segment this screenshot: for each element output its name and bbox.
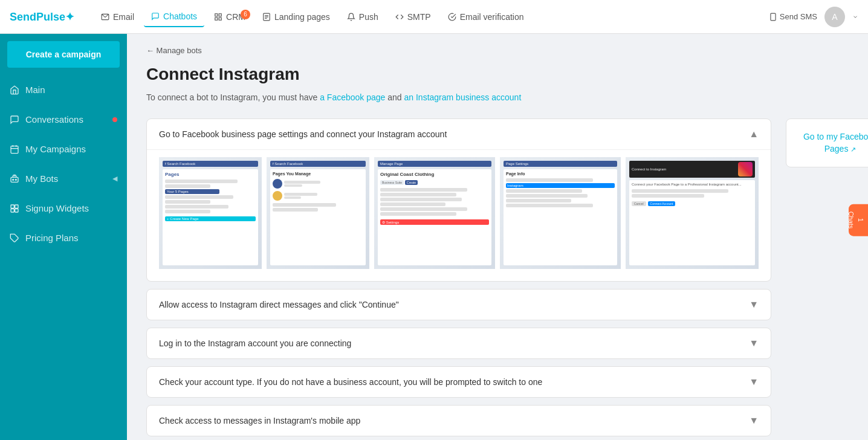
steps-container: Go to Facebook business page settings an… [146, 118, 771, 440]
nav-right: Send SMS A [769, 7, 858, 27]
svg-point-17 [15, 179, 16, 180]
screenshot-4: Page Settings Page Info Instagram [500, 157, 621, 269]
facebook-page-link[interactable]: a Facebook page [320, 92, 385, 102]
instagram-account-link[interactable]: an Instagram business account [404, 92, 522, 102]
main-layout: Create a campaign Main Conversations My … [0, 34, 868, 440]
svg-rect-2 [219, 13, 221, 16]
sidebar-item-pricing-plans[interactable]: Pricing Plans [0, 223, 127, 253]
screenshot-3: Manage Page Original Coast Clothing Busi… [374, 157, 495, 269]
step-1-header[interactable]: Go to Facebook business page settings an… [147, 119, 771, 149]
nav-email-verification[interactable]: Email verification [441, 7, 531, 27]
svg-rect-19 [11, 205, 14, 208]
widget-icon [10, 204, 19, 213]
svg-rect-9 [771, 13, 776, 21]
svg-rect-3 [215, 18, 218, 20]
sidebar: Create a campaign Main Conversations My … [0, 34, 127, 440]
nav-items: Email Chatbots CRM 6 Landing pages Push … [94, 7, 769, 27]
chat-label: Chats [847, 212, 855, 229]
calendar-icon [10, 144, 19, 154]
sidebar-item-main[interactable]: Main [0, 75, 127, 105]
external-link-icon: ↗ [850, 146, 856, 153]
sidebar-item-my-bots[interactable]: My Bots ◀ [0, 164, 127, 193]
bot-icon [10, 174, 19, 184]
step-4-header[interactable]: Check your account type. If you do not h… [147, 367, 771, 397]
nav-crm[interactable]: CRM 6 [207, 7, 253, 27]
sidebar-item-conversations[interactable]: Conversations [0, 105, 127, 134]
step-1-chevron: ▲ [749, 129, 759, 140]
svg-rect-21 [11, 209, 14, 212]
page-title: Connect Instagram [146, 65, 849, 84]
step-1-card: Go to Facebook business page settings an… [146, 118, 771, 282]
send-sms-button[interactable]: Send SMS [769, 12, 817, 21]
sidebar-item-my-campaigns[interactable]: My Campaigns [0, 134, 127, 164]
steps-layout: Go to Facebook business page settings an… [146, 118, 849, 440]
phone-icon [769, 13, 777, 21]
step-3-header[interactable]: Log in to the Instagram account you are … [147, 328, 771, 358]
page-description: To connect a bot to Instagram, you must … [146, 91, 849, 104]
step-2-header[interactable]: Allow access to Instagram direct message… [147, 290, 771, 320]
chat-icon [151, 12, 160, 21]
conversations-dot [112, 117, 117, 122]
step-4-chevron: ▼ [749, 377, 759, 387]
breadcrumb: ← Manage bots [146, 46, 849, 55]
svg-rect-22 [15, 209, 18, 212]
svg-rect-20 [15, 205, 18, 208]
conversations-icon [10, 115, 19, 125]
nav-landing-pages[interactable]: Landing pages [255, 7, 337, 27]
nav-push[interactable]: Push [340, 7, 386, 27]
main-content: ← Manage bots Connect Instagram To conne… [127, 34, 868, 440]
crm-badge: 6 [241, 10, 250, 19]
step-2-chevron: ▼ [749, 299, 759, 310]
create-campaign-button[interactable]: Create a campaign [7, 41, 120, 68]
screenshot-2: f Search Facebook Pages You Manage [267, 157, 369, 269]
chat-badge: 1 [857, 218, 864, 222]
home-icon [10, 85, 19, 95]
manage-bots-link[interactable]: ← Manage bots [146, 46, 202, 55]
nav-chatbots[interactable]: Chatbots [144, 7, 204, 27]
step-1-images: f Search Facebook Pages Your 5 Pages [159, 150, 759, 269]
grid-icon [214, 13, 222, 21]
step-5-header[interactable]: Check access to messages in Instagram's … [147, 406, 771, 436]
step-4-label: Check your account type. If you do not h… [159, 377, 542, 387]
check-circle-icon [448, 13, 456, 21]
step-2-card: Allow access to Instagram direct message… [146, 289, 771, 320]
nav-email[interactable]: Email [94, 7, 141, 27]
go-to-facebook-pages-link[interactable]: Go to my Facebook Pages ↗ [796, 131, 868, 155]
step-2-label: Allow access to Instagram direct message… [159, 300, 399, 309]
step-4-card: Check your account type. If you do not h… [146, 366, 771, 398]
chevron-down-icon [852, 14, 858, 20]
svg-rect-4 [219, 18, 221, 20]
step-5-label: Check access to messages in Instagram's … [159, 416, 360, 425]
tag-icon [10, 233, 19, 243]
svg-point-16 [13, 179, 14, 180]
sidebar-item-signup-widgets[interactable]: Signup Widgets [0, 193, 127, 223]
step-3-chevron: ▼ [749, 338, 759, 349]
top-navigation: SendPulse✦ Email Chatbots CRM 6 Landing … [0, 0, 868, 34]
avatar[interactable]: A [824, 7, 845, 27]
screenshot-1: f Search Facebook Pages Your 5 Pages [159, 157, 262, 269]
svg-rect-1 [215, 13, 218, 16]
screenshot-5: Connect to Instagram Connect your Facebo… [626, 157, 759, 269]
step-5-chevron: ▼ [749, 415, 759, 426]
envelope-icon [101, 13, 109, 21]
nav-smtp[interactable]: SMTP [388, 7, 438, 27]
svg-rect-15 [11, 177, 18, 182]
logo[interactable]: SendPulse✦ [10, 10, 74, 24]
svg-rect-11 [11, 146, 18, 153]
fb-pages-card: Go to my Facebook Pages ↗ [786, 118, 868, 167]
right-sidebar: Go to my Facebook Pages ↗ [786, 118, 868, 167]
step-1-content: f Search Facebook Pages Your 5 Pages [147, 149, 771, 281]
bell-icon [347, 13, 355, 21]
step-5-card: Check access to messages in Instagram's … [146, 405, 771, 436]
page-icon [262, 13, 271, 21]
step-3-card: Log in to the Instagram account you are … [146, 328, 771, 359]
chat-widget[interactable]: 1 Chats [849, 204, 868, 236]
step-3-label: Log in to the Instagram account you are … [159, 338, 351, 348]
my-bots-arrow: ◀ [112, 175, 117, 183]
code-icon [395, 13, 404, 21]
step-1-label: Go to Facebook business page settings an… [159, 129, 447, 139]
